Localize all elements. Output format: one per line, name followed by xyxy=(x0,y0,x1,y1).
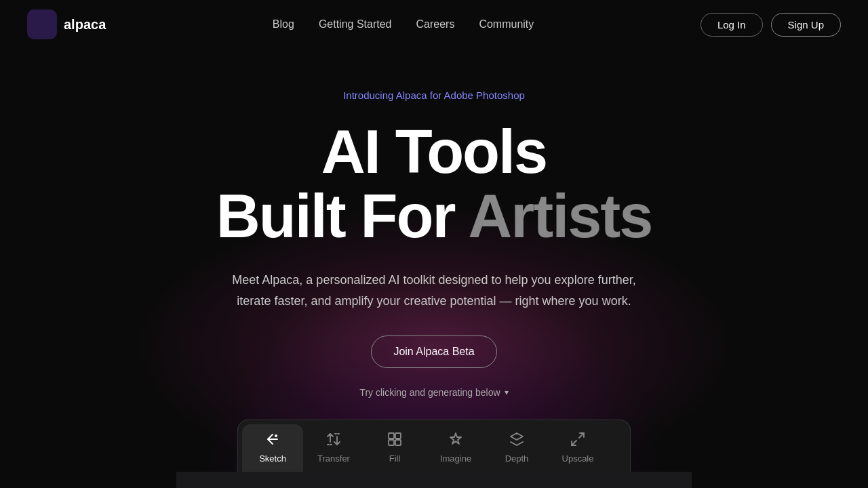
fill-icon xyxy=(387,431,403,449)
upscale-label: Upscale xyxy=(562,453,594,464)
tool-transfer[interactable]: Transfer xyxy=(303,424,364,472)
nav-link-getting-started[interactable]: Getting Started xyxy=(319,18,392,30)
tool-imagine[interactable]: Imagine xyxy=(425,424,486,472)
nav-link-blog[interactable]: Blog xyxy=(273,18,294,30)
hero-content: Introducing Alpaca for Adobe Photoshop A… xyxy=(176,89,692,488)
hero-description: Meet Alpaca, a personalized AI toolkit d… xyxy=(231,270,637,311)
intro-link[interactable]: Introducing Alpaca for Adobe Photoshop xyxy=(343,89,525,101)
try-hint: Try clicking and generating below ▾ xyxy=(359,387,508,398)
depth-label: Depth xyxy=(505,453,529,464)
svg-line-10 xyxy=(572,441,576,445)
logo-area: 🦙 alpaca xyxy=(27,9,106,39)
tool-sketch[interactable]: Sketch xyxy=(242,424,303,472)
tool-upscale[interactable]: Upscale xyxy=(547,424,608,472)
imagine-label: Imagine xyxy=(440,453,471,464)
try-hint-text: Try clicking and generating below xyxy=(359,387,500,398)
sketch-icon xyxy=(264,431,281,449)
toolbar-container: Sketch Transfer xyxy=(237,420,631,472)
imagine-icon xyxy=(448,431,464,449)
tool-fill[interactable]: Fill xyxy=(364,424,425,472)
svg-rect-7 xyxy=(389,440,394,445)
signup-button[interactable]: Sign Up xyxy=(771,13,841,37)
hero-title-line1: AI Tools xyxy=(321,120,547,184)
hero-title-regular: Built For xyxy=(216,182,469,250)
nav-links: Blog Getting Started Careers Community xyxy=(273,18,534,30)
chevron-down-icon: ▾ xyxy=(505,388,509,397)
fill-label: Fill xyxy=(389,453,401,464)
bottom-panel xyxy=(176,472,692,488)
upscale-icon xyxy=(570,431,586,449)
hero-title-line2: Built For Artists xyxy=(216,184,652,249)
svg-line-9 xyxy=(579,433,584,438)
svg-rect-5 xyxy=(389,433,394,439)
svg-point-2 xyxy=(275,434,277,437)
tool-depth[interactable]: Depth xyxy=(486,424,547,472)
depth-icon xyxy=(509,431,525,449)
transfer-label: Transfer xyxy=(317,453,350,464)
logo-icon: 🦙 xyxy=(27,9,57,39)
nav-link-community[interactable]: Community xyxy=(479,18,534,30)
hero-title-accent: Artists xyxy=(468,182,652,250)
nav-actions: Log In Sign Up xyxy=(701,13,841,37)
join-beta-button[interactable]: Join Alpaca Beta xyxy=(371,336,496,368)
svg-rect-0 xyxy=(30,12,54,37)
login-button[interactable]: Log In xyxy=(701,13,763,37)
transfer-icon xyxy=(326,431,342,449)
navbar: 🦙 alpaca Blog Getting Started Careers Co… xyxy=(0,0,868,49)
hero-section: Introducing Alpaca for Adobe Photoshop A… xyxy=(0,49,868,488)
toolbar: Sketch Transfer xyxy=(237,420,631,472)
nav-link-careers[interactable]: Careers xyxy=(416,18,455,30)
sketch-label: Sketch xyxy=(259,453,286,464)
svg-rect-6 xyxy=(395,433,401,439)
svg-rect-8 xyxy=(395,440,401,445)
brand-name: alpaca xyxy=(64,17,106,33)
